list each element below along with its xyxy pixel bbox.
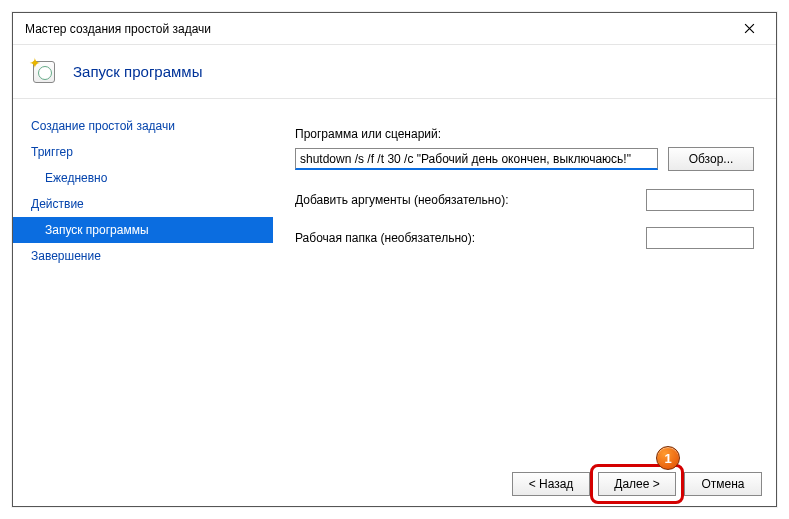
wizard-window: Мастер создания простой задачи ✦ Запуск … (12, 12, 777, 507)
arguments-label: Добавить аргументы (необязательно): (295, 193, 646, 207)
wizard-body: Создание простой задачи Триггер Ежедневн… (13, 99, 776, 462)
startdir-input[interactable] (646, 227, 754, 249)
wizard-footer: < Назад Далее > 1 Отмена (13, 462, 776, 506)
step-action[interactable]: Действие (13, 191, 273, 217)
titlebar: Мастер создания простой задачи (13, 13, 776, 45)
task-icon: ✦ (31, 57, 61, 87)
next-button[interactable]: Далее > (598, 472, 676, 496)
next-highlight: Далее > 1 (598, 472, 676, 496)
back-button[interactable]: < Назад (512, 472, 590, 496)
cancel-button[interactable]: Отмена (684, 472, 762, 496)
startdir-row: Рабочая папка (необязательно): (295, 227, 754, 249)
step-create-task[interactable]: Создание простой задачи (13, 113, 273, 139)
wizard-header: ✦ Запуск программы (13, 45, 776, 99)
arguments-row: Добавить аргументы (необязательно): (295, 189, 754, 211)
window-title: Мастер создания простой задачи (25, 22, 730, 36)
program-input[interactable] (295, 148, 658, 170)
step-trigger[interactable]: Триггер (13, 139, 273, 165)
close-button[interactable] (730, 14, 768, 44)
page-title: Запуск программы (73, 63, 202, 80)
browse-button[interactable]: Обзор... (668, 147, 754, 171)
content-panel: Программа или сценарий: Обзор... Добавит… (273, 99, 776, 462)
step-finish[interactable]: Завершение (13, 243, 273, 269)
arguments-input[interactable] (646, 189, 754, 211)
annotation-badge: 1 (656, 446, 680, 470)
program-row: Обзор... (295, 147, 754, 171)
step-sidebar: Создание простой задачи Триггер Ежедневн… (13, 99, 273, 462)
program-label: Программа или сценарий: (295, 127, 754, 141)
startdir-label: Рабочая папка (необязательно): (295, 231, 646, 245)
step-start-program[interactable]: Запуск программы (13, 217, 273, 243)
step-daily[interactable]: Ежедневно (13, 165, 273, 191)
